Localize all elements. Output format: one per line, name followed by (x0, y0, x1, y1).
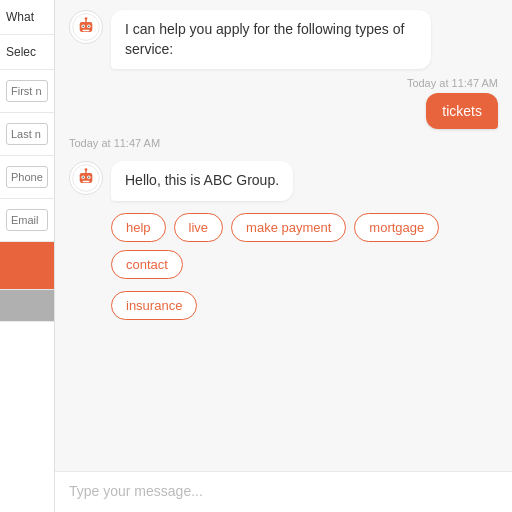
sidebar-gray-bar (0, 290, 54, 322)
sidebar-item-what[interactable]: What (0, 0, 54, 35)
bot-bubble-intro: I can help you apply for the following t… (111, 10, 431, 69)
phone-input[interactable] (6, 166, 48, 188)
sidebar-item-phone[interactable] (0, 156, 54, 199)
bot-hello-text: Hello, this is ABC Group. (125, 172, 279, 188)
bot-avatar (69, 10, 103, 44)
svg-rect-8 (83, 30, 90, 31)
user-bubble-tickets: tickets (426, 93, 498, 129)
chat-messages: I can help you apply for the following t… (55, 0, 512, 471)
svg-point-16 (85, 168, 88, 171)
user-bubble-tickets-text: tickets (442, 103, 482, 119)
svg-rect-17 (83, 181, 90, 182)
bot-message-hello: Hello, this is ABC Group. (69, 161, 498, 201)
sidebar-label-select: Selec (6, 45, 36, 59)
robot-icon (72, 13, 100, 41)
svg-point-7 (85, 17, 88, 20)
user-timestamp-tickets: Today at 11:47 AM tickets (69, 77, 498, 129)
svg-point-13 (83, 177, 84, 178)
quick-replies-container: help live make payment mortgage contact (111, 213, 498, 279)
quick-replies-row2: insurance (111, 291, 498, 320)
bot-message-intro: I can help you apply for the following t… (69, 10, 498, 69)
svg-point-5 (88, 26, 89, 27)
chip-contact[interactable]: contact (111, 250, 183, 279)
sidebar-item-last[interactable] (0, 113, 54, 156)
robot-icon-2 (72, 164, 100, 192)
sidebar-item-email[interactable] (0, 199, 54, 242)
bot-bubble-hello: Hello, this is ABC Group. (111, 161, 293, 201)
chip-make-payment[interactable]: make payment (231, 213, 346, 242)
sidebar-label-what: What (6, 10, 34, 24)
svg-point-14 (88, 177, 89, 178)
email-input[interactable] (6, 209, 48, 231)
sidebar: What Selec (0, 0, 55, 512)
last-name-input[interactable] (6, 123, 48, 145)
svg-point-4 (83, 26, 84, 27)
chip-insurance[interactable]: insurance (111, 291, 197, 320)
sidebar-item-first[interactable] (0, 70, 54, 113)
bot-avatar-2 (69, 161, 103, 195)
chat-input[interactable] (69, 483, 498, 499)
first-name-input[interactable] (6, 80, 48, 102)
sidebar-orange-bar (0, 242, 54, 290)
user-timestamp-label: Today at 11:47 AM (69, 77, 498, 89)
bot-intro-text: I can help you apply for the following t… (125, 21, 404, 57)
sidebar-item-select[interactable]: Selec (0, 35, 54, 70)
chat-area: I can help you apply for the following t… (55, 0, 512, 512)
chat-input-area (55, 471, 512, 512)
user-message-tickets: tickets (69, 93, 498, 129)
chip-help[interactable]: help (111, 213, 166, 242)
chip-live[interactable]: live (174, 213, 224, 242)
chip-mortgage[interactable]: mortgage (354, 213, 439, 242)
bot-timestamp-hello: Today at 11:47 AM (69, 137, 498, 149)
